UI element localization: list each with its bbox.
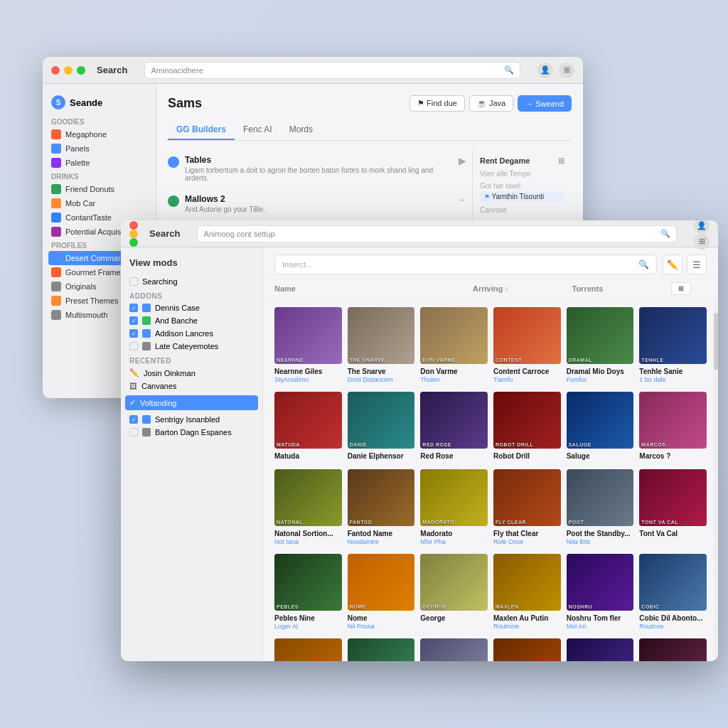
banche-checkbox[interactable]: ✓ (129, 316, 138, 325)
java-button[interactable]: ☕ Java (469, 95, 513, 112)
thumb-snarve[interactable]: THE SNARVE (348, 307, 415, 364)
thumb-r5i6[interactable]: SCENE 30 (639, 638, 707, 661)
filter-edit-button[interactable]: ✏️ (663, 255, 682, 274)
tab-gg-builders[interactable]: GG Builders (168, 120, 235, 140)
scrollbar-thumb[interactable] (714, 313, 718, 370)
grid-item-30: SCENE 30 (639, 638, 707, 661)
thumb-pebles[interactable]: PEBLES (274, 554, 342, 611)
front-close-button[interactable] (129, 221, 138, 230)
back-sidebar-megaphone[interactable]: Megaphone (48, 127, 150, 141)
back-result-1: Tables Ligam torbentum a doit to agron t… (168, 149, 466, 188)
front-barton[interactable]: Barton Dagn Espanes (125, 426, 258, 439)
check-icon: ✓ (129, 398, 136, 407)
searching-checkbox[interactable] (129, 277, 138, 286)
thumb-r5i1[interactable]: SCENE 25 (274, 638, 342, 661)
subtitle-tenhle: 1 bo dale (639, 376, 707, 383)
thumb-danie[interactable]: DANIE (348, 392, 415, 449)
thumb-poot[interactable]: POOT (567, 469, 634, 526)
front-main: Inserct... 🔍 ✏️ ☰ Name Arriving ↕ Torren… (263, 247, 718, 661)
front-addon-late[interactable]: Late Cateyemotes (125, 340, 258, 353)
front-minimize-button[interactable] (129, 230, 138, 238)
front-voltanding-item[interactable]: ✓ Voltanding (125, 395, 258, 410)
thumb-nome[interactable]: NOME (348, 554, 415, 611)
late-icon (142, 342, 151, 350)
thumb-red-rose[interactable]: RED ROSE (420, 392, 488, 449)
thumb-r5i3[interactable]: SCENE 27 (420, 638, 488, 661)
late-checkbox[interactable] (129, 342, 138, 350)
thumb-fly[interactable]: FLY CLEAR (493, 469, 561, 526)
back-profile-icon[interactable]: 👤 (537, 63, 553, 78)
tab-mords[interactable]: Mords (281, 120, 321, 140)
thumb-tont[interactable]: TONT VA CAL (639, 469, 707, 526)
thumb-tenhle[interactable]: TENHLE (639, 307, 707, 364)
thumb-dramal[interactable]: DRAMAL (567, 307, 634, 364)
dennis-checkbox[interactable]: ✓ (129, 304, 138, 312)
front-recented-josin[interactable]: ✏️ Josin Oinkman (125, 366, 258, 380)
thumb-r5i2[interactable]: SCENE 26 (348, 638, 415, 661)
thumb-saluge[interactable]: SALUGE (567, 392, 634, 449)
back-sidebar-panels[interactable]: Panels (48, 141, 150, 156)
thumb-cobic[interactable]: COBIC (639, 554, 707, 611)
back-app-icon: S (51, 95, 65, 109)
front-recented-canvanes[interactable]: 🖼 Canvanes (125, 380, 258, 392)
thumb-marcos[interactable]: MARCOS (639, 392, 707, 449)
thumb-natonal-label: NATONAL (277, 520, 303, 525)
front-maximize-button[interactable] (129, 238, 138, 247)
thumb-maxlen[interactable]: MAXLEN (493, 554, 561, 611)
front-inner-search[interactable]: Inserct... 🔍 (274, 255, 657, 274)
thumb-fantod-label: FANTOD (350, 520, 373, 525)
thumb-nearnne[interactable]: NEARNNE (274, 307, 342, 364)
grid-row-1: NEARNNE Nearnne Giles StyArvalimu THE SN… (274, 307, 707, 383)
front-searching-row[interactable]: Searching (125, 275, 258, 288)
thumb-madorato[interactable]: MADORATO (420, 469, 488, 526)
thumb-don-varme[interactable]: DON VARME (420, 307, 488, 364)
front-recented-header: Recented (125, 353, 258, 366)
right-panel-link[interactable]: Voer alle Tempe (480, 170, 564, 178)
tab-fenc-ai[interactable]: Fenc AI (235, 120, 281, 140)
front-sentrigy[interactable]: ✓ Sentrigy Isnanbled (125, 413, 258, 426)
back-main-header: Sams ⚑ Find due ☕ Java → Sweend (168, 95, 572, 112)
thumb-r5i5[interactable]: SCENE 29 (567, 638, 634, 661)
sentrigy-checkbox[interactable]: ✓ (129, 415, 138, 424)
subtitle-content-carroce: Tiamfu (493, 376, 561, 383)
back-app-header: S Seande (48, 92, 150, 115)
front-addon-dennis[interactable]: ✓ Dennis Case (125, 301, 258, 314)
sweend-button[interactable]: → Sweend (518, 95, 572, 112)
back-sidebar-palette[interactable]: Palette (48, 156, 150, 170)
preset-icon (51, 296, 61, 306)
back-sidebar-friend-donuts-label: Friend Donuts (65, 185, 114, 193)
grid-item-11: SALUGE Saluge (567, 392, 634, 461)
front-inner-search-text: Inserct... (282, 260, 312, 269)
contanttaste-icon (51, 213, 61, 223)
front-addon-addison[interactable]: ✓ Addison Lancres (125, 327, 258, 340)
scrollbar-track (714, 299, 718, 661)
back-grid-icon[interactable]: ⊞ (559, 63, 574, 78)
front-profile-icon[interactable]: 👤 (694, 220, 710, 234)
thumb-robot-drill[interactable]: ROBOT DRILL (493, 392, 561, 449)
thumb-content-carroce[interactable]: CONTENT (493, 307, 561, 364)
grid-toggle-button[interactable]: ⊞ (671, 282, 691, 295)
thumb-fantod[interactable]: FANTOD (348, 469, 415, 526)
thumb-george[interactable]: GEORGE (420, 554, 488, 611)
close-button[interactable] (51, 66, 60, 75)
maximize-button[interactable] (77, 66, 85, 75)
find-due-button[interactable]: ⚑ Find due (410, 95, 465, 112)
thumb-matuda[interactable]: MATUDA (274, 392, 342, 449)
back-sidebar-mob-car[interactable]: Mob Car (48, 196, 150, 210)
back-search-bar[interactable]: Aminoacidhere 🔍 (144, 62, 520, 79)
result-1-icon (168, 156, 179, 168)
thumb-r5i4[interactable]: SCENE 28 (493, 638, 561, 661)
front-addon-dennis-label: Dennis Case (155, 304, 200, 312)
barton-checkbox[interactable] (129, 428, 138, 437)
front-addon-and-banche[interactable]: ✓ And Banche (125, 314, 258, 327)
panels-icon (51, 144, 61, 154)
back-section-goodies: Goodies (48, 115, 150, 127)
thumb-noshru[interactable]: NOSHRU (567, 554, 634, 611)
front-search-bar[interactable]: Animoog cont settup 🔍 (197, 225, 677, 242)
title-robot-drill: Robot Drill (493, 451, 561, 461)
addison-checkbox[interactable]: ✓ (129, 329, 138, 338)
back-sidebar-friend-donuts[interactable]: Friend Donuts (48, 182, 150, 196)
thumb-natonal[interactable]: NATONAL (274, 469, 342, 526)
filter-menu-button[interactable]: ☰ (687, 255, 707, 274)
minimize-button[interactable] (64, 66, 73, 75)
